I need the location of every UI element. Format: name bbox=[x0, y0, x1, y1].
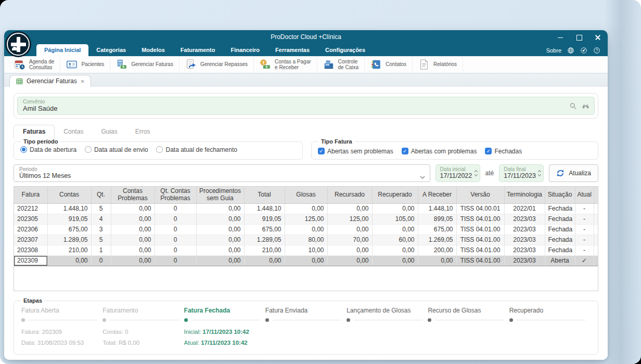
close-button[interactable] bbox=[594, 34, 601, 41]
column-header[interactable]: Atual bbox=[575, 187, 594, 203]
checkbox-abertas-com-problemas[interactable]: ✓Abertas com problemas bbox=[402, 148, 477, 155]
column-header[interactable]: Procedimentos sem Guia bbox=[196, 187, 244, 203]
doc-tab-gerenciar-faturas[interactable]: Gerenciar Faturas × bbox=[9, 75, 91, 87]
menu-tab-modelos[interactable]: Modelos bbox=[134, 44, 173, 56]
view-tab-faturas[interactable]: Faturas bbox=[14, 125, 55, 139]
table-cell[interactable]: 0,00 bbox=[111, 214, 155, 224]
table-cell[interactable]: 0,00 bbox=[327, 224, 372, 235]
table-cell[interactable]: 0,00 bbox=[372, 203, 418, 214]
table-cell[interactable]: Fechada bbox=[545, 235, 575, 245]
table-cell[interactable]: 125,00 bbox=[285, 214, 327, 224]
table-row[interactable]: 2023071.289,0550,0000,001.289,0580,0070,… bbox=[14, 235, 598, 245]
periodo-select[interactable]: Periodo Últimos 12 Meses bbox=[14, 164, 430, 182]
radio-button-icon[interactable] bbox=[85, 146, 92, 153]
column-header[interactable]: Terminologia bbox=[504, 187, 545, 203]
table-cell[interactable]: 0,00 bbox=[111, 203, 155, 214]
column-header[interactable]: Total bbox=[244, 187, 285, 203]
toolbar-item-reports[interactable]: Relatórios bbox=[413, 56, 463, 73]
table-cell[interactable]: - bbox=[575, 245, 594, 255]
checkbox-abertas-sem-problemas[interactable]: ✓Abertas sem problemas bbox=[318, 148, 393, 155]
minimize-button[interactable] bbox=[557, 34, 564, 41]
table-cell[interactable]: 60,00 bbox=[372, 235, 418, 245]
table-cell[interactable]: 1.289,05 bbox=[47, 235, 91, 245]
table-cell[interactable]: 0,00 bbox=[47, 255, 91, 266]
table-cell[interactable]: 202309 bbox=[14, 255, 47, 266]
about-link[interactable]: Sobre bbox=[546, 47, 561, 54]
table-cell[interactable]: 0 bbox=[155, 203, 196, 214]
table-cell[interactable]: 0,00 bbox=[285, 224, 327, 235]
table-cell[interactable]: 1.448,10 bbox=[47, 203, 91, 214]
menu-tab-faturamento[interactable]: Faturamento bbox=[173, 44, 223, 56]
table-cell[interactable]: 1.448,10 bbox=[418, 203, 456, 214]
table-cell[interactable]: 0,00 bbox=[327, 255, 372, 266]
table-cell[interactable]: 2023/03 bbox=[504, 245, 545, 255]
table-cell[interactable]: TISS 04.01.00 bbox=[456, 245, 504, 255]
table-cell[interactable]: 105,00 bbox=[372, 214, 418, 224]
table-cell[interactable]: 1.289,05 bbox=[244, 235, 285, 245]
table-cell[interactable]: 0,00 bbox=[196, 214, 244, 224]
radio-data-atual-de-fechamento[interactable]: Data atual de fechamento bbox=[156, 146, 237, 153]
menu-tab-ferramentas[interactable]: Ferramentas bbox=[267, 44, 317, 56]
table-cell[interactable]: 125,00 bbox=[327, 214, 372, 224]
view-tab-guias[interactable]: Guias bbox=[92, 125, 126, 138]
table-cell[interactable]: Fechada bbox=[545, 214, 575, 224]
table-row[interactable]: 2022121.448,1050,0000,001.448,100,000,00… bbox=[14, 203, 598, 214]
table-cell[interactable]: TISS 04.01.00 bbox=[456, 214, 504, 224]
checkbox-icon[interactable]: ✓ bbox=[318, 148, 325, 154]
menu-tab-p-gina-inicial[interactable]: Página Inicial bbox=[36, 44, 88, 56]
table-cell[interactable]: 0,00 bbox=[372, 245, 418, 255]
column-header[interactable]: Qt. Contas Problemas bbox=[155, 187, 196, 203]
table-cell[interactable]: 10,00 bbox=[285, 245, 327, 255]
view-tab-erros[interactable]: Erros bbox=[126, 125, 159, 138]
convenio-field[interactable]: Convênio Amil Saúde bbox=[17, 97, 595, 115]
table-cell[interactable]: 0,00 bbox=[111, 255, 155, 266]
search-icon[interactable] bbox=[569, 102, 577, 110]
table-cell[interactable]: 675,00 bbox=[418, 224, 456, 235]
table-cell[interactable]: 70,00 bbox=[327, 235, 372, 245]
table-cell[interactable]: 919,05 bbox=[244, 214, 285, 224]
table-cell[interactable]: TISS 04.00.01 bbox=[456, 203, 504, 214]
menu-tab-financeiro[interactable]: Financeiro bbox=[223, 44, 267, 56]
menu-tab-configura-es[interactable]: Configurações bbox=[317, 44, 373, 56]
checkbox-icon[interactable]: ✓ bbox=[485, 148, 492, 154]
column-header[interactable]: Versão bbox=[456, 187, 504, 203]
table-cell[interactable]: 0,00 bbox=[111, 224, 155, 235]
table-cell[interactable]: 0,00 bbox=[196, 224, 244, 235]
table-cell[interactable]: 675,00 bbox=[244, 224, 285, 235]
table-row[interactable]: 202308210,0010,0000,00210,0010,000,000,0… bbox=[14, 245, 598, 255]
table-cell[interactable]: Fechada bbox=[545, 224, 575, 235]
menu-tab-categorias[interactable]: Categorias bbox=[88, 44, 134, 56]
table-cell[interactable]: 3 bbox=[91, 224, 111, 235]
stepper-icon[interactable] bbox=[474, 170, 478, 177]
table-cell[interactable]: 1.448,10 bbox=[244, 203, 285, 214]
column-header[interactable]: Contas Problemas bbox=[111, 187, 155, 203]
table-cell[interactable]: 0,00 bbox=[196, 245, 244, 255]
stepper-icon[interactable] bbox=[537, 170, 542, 177]
table-cell[interactable]: 4 bbox=[91, 214, 111, 224]
toolbar-item-contacts[interactable]: Contatos bbox=[365, 56, 413, 73]
table-row[interactable]: 2023090,0000,0000,000,000,000,000,000,00… bbox=[14, 255, 598, 266]
radio-data-atual-de-envio[interactable]: Data atual de envio bbox=[85, 146, 148, 153]
table-row[interactable]: 202306675,0030,0000,00675,000,000,000,00… bbox=[14, 224, 598, 235]
table-cell[interactable]: 0,00 bbox=[327, 245, 372, 255]
table-cell[interactable]: 0,00 bbox=[111, 245, 155, 255]
table-cell[interactable]: - bbox=[575, 214, 594, 224]
column-header[interactable]: Recuperado bbox=[372, 187, 418, 203]
table-cell[interactable]: 0,00 bbox=[372, 224, 418, 235]
table-cell[interactable]: TISS 04.01.00 bbox=[456, 224, 504, 235]
table-cell[interactable]: TISS 04.01.00 bbox=[456, 255, 504, 266]
table-cell[interactable]: 0 bbox=[91, 255, 111, 266]
data-inicial-field[interactable]: Data inicial 17/11/2022 bbox=[435, 164, 480, 182]
globe-icon[interactable] bbox=[567, 47, 574, 54]
table-cell[interactable]: 0,00 bbox=[285, 203, 327, 214]
table-cell[interactable]: 202308 bbox=[14, 245, 47, 255]
table-cell[interactable]: 0,00 bbox=[244, 255, 285, 266]
atualiza-button[interactable]: Atualiza bbox=[549, 164, 598, 182]
table-cell[interactable]: 919,05 bbox=[47, 214, 91, 224]
table-cell[interactable]: 0,00 bbox=[196, 255, 244, 266]
radio-button-icon[interactable] bbox=[156, 146, 163, 153]
table-cell[interactable]: 0 bbox=[155, 214, 196, 224]
column-header[interactable]: Glosas bbox=[285, 187, 327, 203]
table-cell[interactable]: 210,00 bbox=[244, 245, 285, 255]
table-cell[interactable]: 2023/03 bbox=[504, 214, 545, 224]
